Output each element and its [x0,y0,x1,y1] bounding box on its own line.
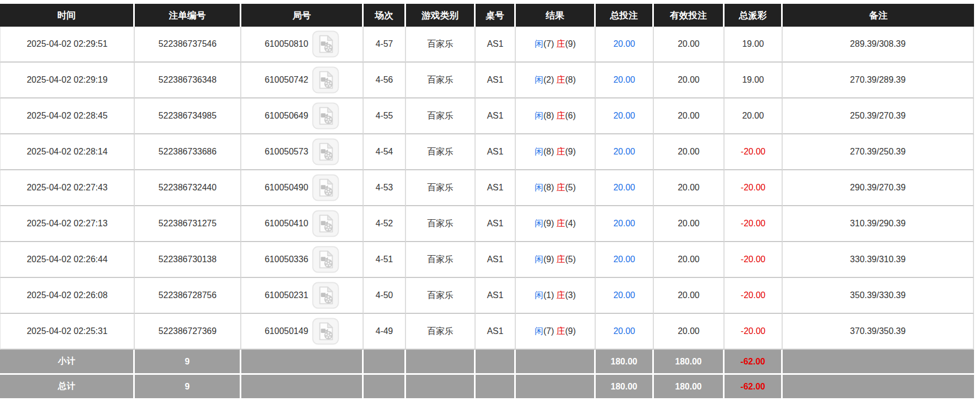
cell-table-no: AS1 [476,278,516,314]
result-player-label: 闲 [535,39,544,48]
col-time: 时间 [0,4,135,27]
total-bet-link[interactable]: 20.00 [613,255,635,264]
cell-payout: -20.00 [725,278,783,314]
cell-total-bet: 20.00 [596,278,654,314]
cell-bet-id: 522386733686 [135,134,241,170]
cell-total-bet: 20.00 [596,134,654,170]
cell-round-id: 610050649 [241,98,364,134]
video-replay-icon[interactable] [312,138,339,165]
total-bet-link[interactable]: 20.00 [613,219,635,228]
cell-payout: 19.00 [725,27,783,63]
video-replay-icon[interactable] [312,174,339,201]
grand-total-cell [783,375,974,398]
col-remark: 备注 [783,4,974,27]
table-header: 时间 注单编号 局号 场次 游戏类别 桌号 结果 总投注 有效投注 总派彩 备注 [0,4,974,27]
total-bet-link[interactable]: 20.00 [613,147,635,156]
round-id-value: 610050231 [265,290,308,300]
video-replay-icon[interactable] [312,102,339,129]
total-bet-link[interactable]: 20.00 [613,326,635,336]
grand-total-count: 9 [135,375,241,398]
cell-remark: 310.39/290.39 [783,206,974,242]
cell-round-id: 610050573 [241,134,364,170]
cell-game-type: 百家乐 [406,206,476,242]
cell-round-id: 610050742 [241,63,364,98]
result-player-score: (8) [544,111,554,120]
grand-total-cell [241,375,364,398]
cell-result: 闲(9) 庄(5) [516,242,596,278]
cell-total-bet: 20.00 [596,242,654,278]
cell-remark: 330.39/310.39 [783,242,974,278]
col-result: 结果 [516,4,596,27]
cell-time: 2025-04-02 02:27:43 [0,170,135,206]
cell-valid-bet: 20.00 [654,242,725,278]
cell-round-id: 610050336 [241,242,364,278]
video-replay-icon[interactable] [312,318,339,345]
total-bet-link[interactable]: 20.00 [613,183,635,192]
col-bet-id: 注单编号 [135,4,241,27]
total-bet-link[interactable]: 20.00 [613,290,635,300]
result-player-label: 闲 [535,326,544,336]
cell-table-no: AS1 [476,242,516,278]
cell-result: 闲(1) 庄(3) [516,278,596,314]
subtotal-total-bet: 180.00 [596,350,654,375]
subtotal-cell [364,350,406,375]
cell-round-id: 610050490 [241,170,364,206]
result-player-score: (8) [544,147,554,156]
cell-remark: 370.39/350.39 [783,314,974,350]
round-id-value: 610050149 [265,326,308,336]
round-id-value: 610050336 [265,255,308,264]
grand-total-payout: -62.00 [725,375,783,398]
cell-total-bet: 20.00 [596,98,654,134]
cell-game-type: 百家乐 [406,278,476,314]
cell-session: 4-56 [364,63,406,98]
cell-session: 4-52 [364,206,406,242]
cell-time: 2025-04-02 02:26:44 [0,242,135,278]
round-id-value: 610050573 [265,147,308,157]
header-row: 时间 注单编号 局号 场次 游戏类别 桌号 结果 总投注 有效投注 总派彩 备注 [0,4,974,27]
grand-total-label: 总计 [0,375,135,398]
cell-valid-bet: 20.00 [654,134,725,170]
cell-time: 2025-04-02 02:28:14 [0,134,135,170]
cell-session: 4-57 [364,27,406,63]
cell-session: 4-55 [364,98,406,134]
result-player-label: 闲 [535,219,544,228]
cell-round-id: 610050410 [241,206,364,242]
result-player-score: (2) [544,75,554,84]
cell-table-no: AS1 [476,98,516,134]
video-replay-icon[interactable] [312,282,339,309]
cell-round-id: 610050231 [241,278,364,314]
cell-time: 2025-04-02 02:27:13 [0,206,135,242]
subtotal-cell [476,350,516,375]
cell-round-id: 610050810 [241,27,364,63]
cell-table-no: AS1 [476,27,516,63]
cell-result: 闲(8) 庄(9) [516,134,596,170]
bet-records-table: 时间 注单编号 局号 场次 游戏类别 桌号 结果 总投注 有效投注 总派彩 备注… [0,4,974,398]
result-banker-label: 庄 [557,255,565,264]
video-replay-icon[interactable] [312,30,339,58]
cell-payout: -20.00 [725,206,783,242]
subtotal-valid-bet: 180.00 [654,350,725,375]
table-row: 2025-04-02 02:25:31 522386727369 6100501… [0,314,974,350]
result-player-score: (7) [544,39,554,48]
total-bet-link[interactable]: 20.00 [613,39,635,48]
result-banker-score: (9) [565,326,576,336]
round-id-value: 610050810 [265,39,308,49]
round-id-value: 610050742 [265,75,308,85]
subtotal-label: 小计 [0,350,135,375]
total-bet-link[interactable]: 20.00 [613,75,635,84]
video-replay-icon[interactable] [312,210,339,237]
table-totals: 小计 9 180.00 180.00 -62.00 总计 9 [0,350,974,398]
col-session: 场次 [364,4,406,27]
cell-valid-bet: 20.00 [654,314,725,350]
video-replay-icon[interactable] [312,66,339,94]
grand-total-cell [516,375,596,398]
total-bet-link[interactable]: 20.00 [613,111,635,120]
result-banker-label: 庄 [557,326,565,336]
result-player-label: 闲 [535,147,544,156]
cell-bet-id: 522386728756 [135,278,241,314]
col-total-bet: 总投注 [596,4,654,27]
cell-bet-id: 522386737546 [135,27,241,63]
video-replay-icon[interactable] [312,246,339,273]
cell-game-type: 百家乐 [406,98,476,134]
col-round-id: 局号 [241,4,364,27]
